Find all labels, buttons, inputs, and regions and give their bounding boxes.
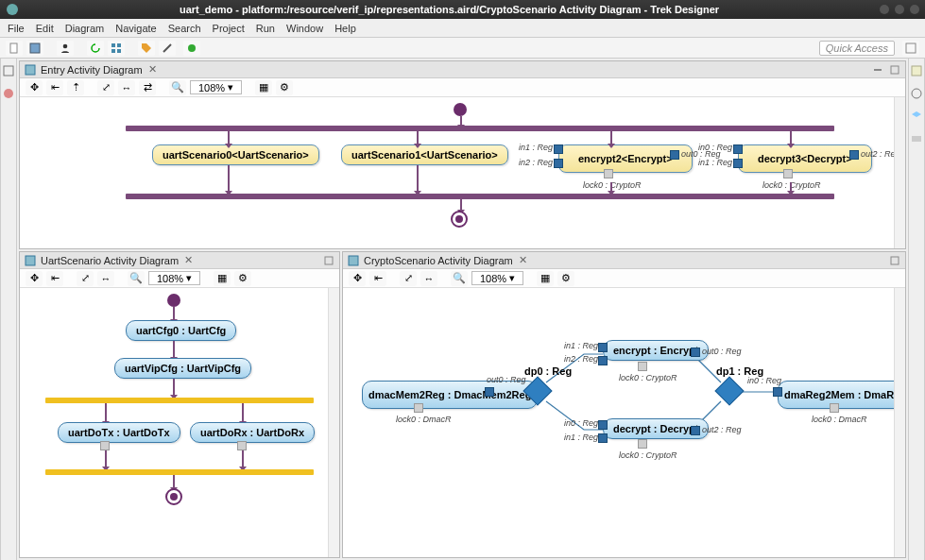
port-lock[interactable] [100,441,110,450]
maximize-button[interactable] [895,5,904,14]
port-lock[interactable] [830,403,839,413]
menu-file[interactable]: File [8,23,25,34]
port-in[interactable] [598,420,608,430]
resize-icon[interactable]: ⤢ [97,80,114,95]
image-icon[interactable]: ▦ [537,271,554,286]
resize-icon[interactable]: ⤢ [400,271,417,286]
menu-project[interactable]: Project [213,23,245,34]
cursor-icon[interactable]: ✥ [26,80,43,95]
node-uartvipcfg[interactable]: uartVipCfg : UartVipCfg [114,358,251,379]
activity-uartscenario0[interactable]: uartScenario0<UartScenario> [152,144,319,165]
tab-entry[interactable]: Entry Activity Diagram [41,64,143,76]
settings-icon[interactable]: ⚙ [557,271,574,286]
port-out[interactable] [691,348,700,357]
minimize-button[interactable] [880,5,889,14]
link-icon[interactable]: ↔ [118,80,135,95]
tab-close-icon[interactable]: ✕ [184,254,193,266]
node-uartdorx[interactable]: uartDoRx : UartDoRx [190,422,315,443]
tab-close-icon[interactable]: ✕ [148,63,157,76]
node-dmacmem2reg[interactable]: dmacMem2Reg : DmacMem2Reg [362,381,538,409]
fork-bar[interactable] [126,126,834,131]
layers-icon[interactable] [910,110,923,123]
close-button[interactable] [910,5,919,14]
palette-icon[interactable] [2,87,15,100]
magnify-icon[interactable]: 🔍 [169,80,186,95]
quick-access-input[interactable]: Quick Access [819,41,895,56]
magnify-icon[interactable]: 🔍 [128,271,145,286]
port-in[interactable] [598,433,608,443]
canvas-crypto[interactable]: dmacMem2Reg : DmacMem2Reg out0 : Reg loc… [343,288,905,557]
port-in[interactable] [773,387,782,397]
port-out[interactable] [691,426,700,435]
fork-bar[interactable] [45,398,314,403]
port-in[interactable] [733,159,743,168]
overview-icon[interactable] [910,132,923,145]
port-in[interactable] [554,159,563,168]
align-left-icon[interactable]: ⇤ [46,271,63,286]
port-lock[interactable] [638,439,647,449]
cursor-icon[interactable]: ✥ [349,271,366,286]
unlink-icon[interactable]: ⇄ [139,80,156,95]
perspective-icon[interactable] [902,41,919,56]
maximize-pane-icon[interactable] [888,254,901,267]
menu-run[interactable]: Run [256,23,275,34]
port-lock[interactable] [638,362,647,371]
menu-help[interactable]: Help [334,23,356,34]
minimize-pane-icon[interactable] [871,63,884,76]
maximize-pane-icon[interactable] [888,63,901,76]
vertical-scrollbar[interactable] [894,288,905,557]
activity-uartscenario1[interactable]: uartScenario1<UartScenario> [341,144,508,165]
resize-icon[interactable]: ⤢ [77,271,94,286]
menu-navigate[interactable]: Navigate [115,23,156,34]
canvas-uart[interactable]: uartCfg0 : UartCfg uartVipCfg : UartVipC… [20,288,339,557]
port-lock[interactable] [604,169,613,178]
magnify-icon[interactable]: 🔍 [451,271,468,286]
vertical-scrollbar[interactable] [894,97,905,248]
menu-window[interactable]: Window [286,23,323,34]
link-icon[interactable]: ↔ [97,271,114,286]
vertical-scrollbar[interactable] [328,288,339,557]
settings-icon[interactable]: ⚙ [234,271,251,286]
debug-icon[interactable] [183,41,200,56]
port-out[interactable] [849,150,859,160]
node-uartcfg0[interactable]: uartCfg0 : UartCfg [126,320,236,341]
node-uartdotx[interactable]: uartDoTx : UartDoTx [58,422,180,443]
save-icon[interactable] [26,41,43,56]
port-in[interactable] [598,343,608,352]
cursor-icon[interactable]: ✥ [26,271,43,286]
menu-diagram[interactable]: Diagram [65,23,105,34]
menu-edit[interactable]: Edit [36,23,54,34]
menu-search[interactable]: Search [168,23,201,34]
start-node[interactable] [167,294,180,307]
canvas-entry[interactable]: uartScenario0<UartScenario> uartScenario… [20,97,905,248]
end-node[interactable] [165,488,182,505]
zoom-combo[interactable]: 108% ▾ [471,271,523,285]
image-icon[interactable]: ▦ [255,80,272,95]
align-left-icon[interactable]: ⇤ [369,271,386,286]
join-bar[interactable] [45,469,314,475]
align-left-icon[interactable]: ⇤ [46,80,63,95]
join-bar[interactable] [126,194,834,199]
tab-close-icon[interactable]: ✕ [519,254,527,266]
port-out[interactable] [485,387,494,397]
outline-icon[interactable] [910,87,923,100]
port-in[interactable] [598,356,608,365]
start-node[interactable] [454,103,467,116]
wand-icon[interactable] [159,41,176,56]
port-in[interactable] [554,144,563,154]
port-lock[interactable] [414,403,423,413]
node-dmareg2mem[interactable]: dmaReg2Mem : DmaReg2Mem [778,381,905,409]
zoom-combo[interactable]: 108% ▾ [148,271,200,285]
align-top-icon[interactable]: ⇡ [67,80,84,95]
tag-icon[interactable] [138,41,155,56]
properties-icon[interactable] [910,64,923,77]
end-node[interactable] [451,211,468,228]
settings-icon[interactable]: ⚙ [276,80,293,95]
port-lock[interactable] [237,441,247,450]
user-icon[interactable] [57,41,74,56]
grid-icon[interactable] [108,41,125,56]
maximize-pane-icon[interactable] [322,254,335,267]
tab-cryptoscenario[interactable]: CryptoScenario Activity Diagram [364,255,513,266]
new-icon[interactable] [6,41,23,56]
port-lock[interactable] [783,169,793,178]
